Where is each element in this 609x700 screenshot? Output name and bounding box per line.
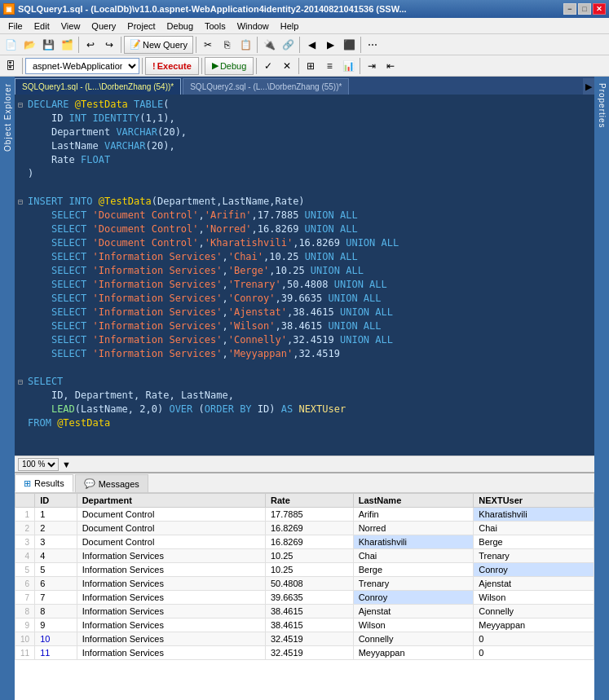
zoom-bar: 100 % ▼ xyxy=(15,456,594,472)
object-explorer-label[interactable]: Object Explorer xyxy=(2,80,14,155)
tab-results[interactable]: ⊞ Results xyxy=(15,474,73,492)
more-icon[interactable]: ⋯ xyxy=(364,36,382,54)
tab-query2[interactable]: SQLQuery2.sql - (L...\DorbenZhang (55))* xyxy=(183,78,349,95)
results-panel: ⊞ Results 💬 Messages ID Department xyxy=(15,472,594,700)
cell-dept: Information Services xyxy=(77,605,265,619)
table-row: 1010Information Services32.4519Connelly0 xyxy=(15,632,594,646)
col-nextuser[interactable]: NEXTUser xyxy=(474,494,594,508)
col-id[interactable]: ID xyxy=(35,494,77,508)
collapse-8[interactable]: ⊟ xyxy=(15,195,26,209)
menu-tools[interactable]: Tools xyxy=(200,20,231,33)
code-line-22: ID, Department, Rate, LastName, xyxy=(15,389,591,403)
results-text-icon[interactable]: ≡ xyxy=(320,57,338,75)
menu-window[interactable]: Window xyxy=(232,20,274,33)
col-dept[interactable]: Department xyxy=(77,494,265,508)
cell-nextuser: Meyyappan xyxy=(474,619,594,632)
sep4 xyxy=(257,37,258,53)
code-line-23: LEAD(LastName, 2,0) OVER (ORDER BY ID) A… xyxy=(15,403,591,416)
menu-query[interactable]: Query xyxy=(86,20,121,33)
cell-nextuser: 0 xyxy=(474,646,594,660)
cell-nextuser: Ajenstat xyxy=(474,577,594,591)
save-icon[interactable]: 💾 xyxy=(39,36,57,54)
fwd-icon[interactable]: ▶ xyxy=(321,36,339,54)
copy-icon[interactable]: ⎘ xyxy=(218,36,236,54)
col-lastname[interactable]: LastName xyxy=(353,494,474,508)
results-grid-icon[interactable]: ⊞ xyxy=(302,57,320,75)
cancel-icon[interactable]: ✕ xyxy=(278,57,296,75)
paste-icon[interactable]: 📋 xyxy=(236,36,254,54)
database-dropdown[interactable]: aspnet-WebApplication4ide... xyxy=(25,58,139,74)
table-row: 33Document Control16.8269KharatishviliBe… xyxy=(15,535,594,549)
maximize-button[interactable]: □ xyxy=(578,3,591,15)
code-line-18: SELECT 'Information Services','Connelly'… xyxy=(15,333,591,347)
results-file-icon[interactable]: 📊 xyxy=(339,57,357,75)
zoom-dropdown[interactable]: 100 % xyxy=(18,458,59,471)
tab-query1[interactable]: SQLQuery1.sql - (L...\DorbenZhang (54))* xyxy=(15,78,181,95)
table-row: 1111Information Services32.4519Meyyappan… xyxy=(15,646,594,660)
cell-nextuser: Berge xyxy=(474,535,594,549)
execute-button[interactable]: ! Execute xyxy=(145,57,199,75)
code-line-10: SELECT 'Document Control','Norred',16.82… xyxy=(15,222,591,236)
code-line-1: ⊟ DECLARE @TestData TABLE( xyxy=(15,98,591,112)
col-rownum[interactable] xyxy=(15,494,35,508)
cell-nextuser: Kharatishvili xyxy=(474,508,594,522)
connect-icon[interactable]: 🔌 xyxy=(260,36,278,54)
new-file-icon[interactable]: 📄 xyxy=(2,36,20,54)
cell-lastname: Norred xyxy=(353,522,474,535)
menu-edit[interactable]: Edit xyxy=(29,20,55,33)
cell-lastname: Connelly xyxy=(353,632,474,646)
table-row: 22Document Control16.8269NorredChai xyxy=(15,522,594,535)
execute-label: Execute xyxy=(157,61,192,71)
cut-icon[interactable]: ✂ xyxy=(199,36,217,54)
code-line-12: SELECT 'Information Services','Chai',10.… xyxy=(15,250,591,264)
code-editor[interactable]: ⊟ DECLARE @TestData TABLE( ID INT IDENTI… xyxy=(15,95,594,456)
results-grid-icon-tab: ⊞ xyxy=(24,478,31,489)
data-grid[interactable]: ID Department Rate LastName NEXTUser 11D… xyxy=(15,493,594,700)
menu-debug[interactable]: Debug xyxy=(162,20,198,33)
indent-icon[interactable]: ⇥ xyxy=(363,57,381,75)
redo-icon[interactable]: ↪ xyxy=(100,36,118,54)
cell-dept: Information Services xyxy=(77,549,265,563)
cell-dept: Information Services xyxy=(77,632,265,646)
cell-id: 4 xyxy=(35,549,77,563)
tab-scroll-right[interactable]: ▶ xyxy=(583,78,594,95)
save-all-icon[interactable]: 🗂️ xyxy=(58,36,76,54)
minimize-button[interactable]: − xyxy=(563,3,576,15)
cell-dept: Document Control xyxy=(77,522,265,535)
messages-tab-label: Messages xyxy=(99,479,139,489)
back-icon[interactable]: ◀ xyxy=(302,36,320,54)
properties-label[interactable]: Properties xyxy=(596,80,608,132)
cell-dept: Information Services xyxy=(77,563,265,577)
menu-help[interactable]: Help xyxy=(276,20,304,33)
close-button[interactable]: ✕ xyxy=(593,3,606,15)
cell-rate: 32.4519 xyxy=(265,632,353,646)
cell-dept: Document Control xyxy=(77,535,265,549)
parse-icon[interactable]: ✓ xyxy=(259,57,277,75)
menu-bar: File Edit View Query Project Debug Tools… xyxy=(0,18,609,34)
sep2 xyxy=(121,37,121,53)
object-explorer-icon[interactable]: 🗄 xyxy=(2,57,20,75)
cell-rate: 17.7885 xyxy=(265,508,353,522)
cell-lastname: Kharatishvili xyxy=(353,535,474,549)
code-line-9: SELECT 'Document Control','Arifin',17.78… xyxy=(15,209,591,222)
new-query-button[interactable]: 📝 New Query xyxy=(124,36,193,54)
sep12 xyxy=(360,58,360,74)
col-rate[interactable]: Rate xyxy=(265,494,353,508)
menu-view[interactable]: View xyxy=(56,20,86,33)
stop-icon[interactable]: ⬛ xyxy=(340,36,358,54)
tab-messages[interactable]: 💬 Messages xyxy=(75,474,148,492)
undo-icon[interactable]: ↩ xyxy=(82,36,99,54)
outdent-icon[interactable]: ⇤ xyxy=(382,57,399,75)
collapse-21[interactable]: ⊟ xyxy=(15,375,26,389)
disconnect-icon[interactable]: 🔗 xyxy=(279,36,297,54)
code-line-21: ⊟ SELECT xyxy=(15,375,591,389)
code-line-5: Rate FLOAT xyxy=(15,153,591,167)
open-icon[interactable]: 📂 xyxy=(20,36,38,54)
menu-file[interactable]: File xyxy=(3,20,28,33)
tab2-label: SQLQuery2.sql - (L...\DorbenZhang (55))* xyxy=(190,82,342,91)
title-bar: ▣ SQLQuery1.sql - (LocalDb)\v11.0.aspnet… xyxy=(0,0,609,18)
debug-button[interactable]: ▶ Debug xyxy=(205,57,254,75)
menu-project[interactable]: Project xyxy=(122,20,160,33)
sep11 xyxy=(298,58,299,74)
collapse-1[interactable]: ⊟ xyxy=(15,98,26,112)
